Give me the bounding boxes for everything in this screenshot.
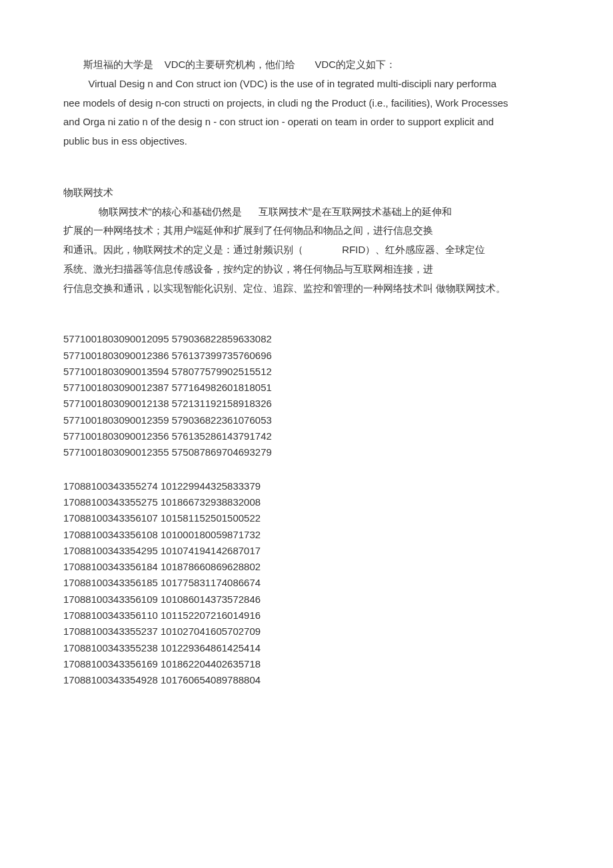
number-line: 5771001803090012386 576137399735760696 [63,348,550,364]
number-line: 17088100343354295 101074194142687017 [63,543,550,559]
heading-iot: 物联网技术 [63,185,550,201]
number-line: 17088100343356109 101086014373572846 [63,592,550,608]
number-line: 5771001803090012138 572131192158918326 [63,396,550,412]
text-fragment: VDC的主要研究机构，他们给 [165,59,296,70]
paragraph-2-line-4: 系统、激光扫描器等信息传感设备，按约定的协议，将任何物品与互联网相连接，进 [63,261,550,278]
number-line: 17088100343355274 101229944325833379 [63,478,550,494]
number-line: 5771001803090012359 579036822361076053 [63,412,550,428]
text-fragment: RFID）、红外感应器、全球定位 [342,244,485,255]
number-line: 17088100343356108 101000180059871732 [63,527,550,543]
number-block-2: 17088100343355274 1012299443258333791708… [63,478,550,689]
paragraph-2-line-1: 物联网技术"的核心和基础仍然是 互联网技术"是在互联网技术基础上的延伸和 [63,204,550,220]
text-fragment: 物联网技术"的核心和基础仍然是 [99,206,242,217]
text-fragment: 互联网技术"是在互联网技术基础上的延伸和 [259,206,452,217]
paragraph-1-line-5: public bus in ess objectives. [63,133,550,150]
number-block-1: 5771001803090012095 57903682285963308257… [63,331,550,460]
text-fragment: 斯坦福的大学是 [83,59,153,70]
number-line: 5771001803090013594 578077579902515512 [63,364,550,380]
number-line: 5771001803090012387 577164982601818051 [63,380,550,396]
text-fragment: VDC的定义如下： [315,59,396,70]
paragraph-2-line-3: 和通讯。因此，物联网技术的定义是：通过射频识别（ RFID）、红外感应器、全球定… [63,242,550,258]
paragraph-1-line-1: 斯坦福的大学是 VDC的主要研究机构，他们给 VDC的定义如下： [63,57,550,73]
number-line: 5771001803090012356 576135286143791742 [63,428,550,444]
text-fragment: 和通讯。因此，物联网技术的定义是：通过射频识别（ [63,244,303,255]
number-line: 5771001803090012355 575087869704693279 [63,444,550,460]
paragraph-1-line-3: nee models of desig n-con structi on pro… [63,95,550,112]
number-line: 17088100343355275 101866732938832008 [63,494,550,510]
number-line: 5771001803090012095 579036822859633082 [63,331,550,347]
paragraph-2-line-2: 扩展的一种网络技术；其用户端延伸和扩展到了任何物品和物品之间，进行信息交换 [63,222,550,239]
number-line: 17088100343354928 101760654089788804 [63,672,550,688]
number-line: 17088100343356184 101878660869628802 [63,559,550,575]
number-line: 17088100343355238 101229364861425414 [63,640,550,656]
number-line: 17088100343356169 101862204402635718 [63,656,550,672]
paragraph-1-line-2: Virtual Desig n and Con struct ion (VDC)… [63,76,550,93]
number-line: 17088100343355237 101027041605702709 [63,624,550,640]
number-line: 17088100343356110 101152207216014916 [63,608,550,624]
number-line: 17088100343356107 101581152501500522 [63,510,550,526]
paragraph-1-line-4: and Orga ni zatio n of the desig n - con… [63,114,550,131]
number-line: 17088100343356185 101775831174086674 [63,575,550,591]
paragraph-2-line-5: 行信息交换和通讯，以实现智能化识别、定位、追踪、监控和管理的一种网络技术叫 做物… [63,280,550,297]
